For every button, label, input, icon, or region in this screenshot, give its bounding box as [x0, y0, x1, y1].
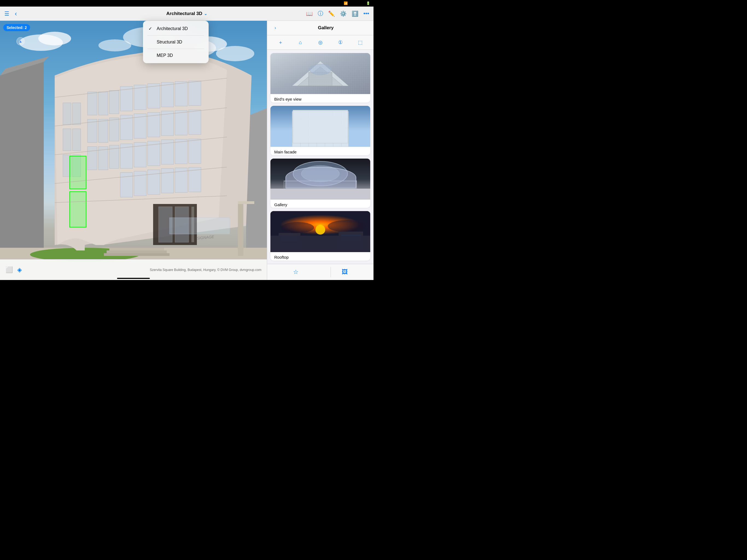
gallery-scroll-area[interactable]: Bird's eye view	[267, 50, 374, 264]
main-3d-view[interactable]: SIGNAGE Selected: 2 ▲ ⬜ ◈ Szervita Squar…	[0, 21, 267, 280]
home-view-button[interactable]: ⌂	[295, 37, 305, 47]
svg-rect-99	[279, 233, 301, 252]
compass-indicator: ▲	[17, 37, 25, 45]
svg-rect-52	[70, 156, 86, 189]
dropdown-architectural-3d[interactable]: ✓ Architectural 3D	[143, 22, 209, 35]
svg-rect-21	[109, 91, 119, 114]
view-dropdown-menu: ✓ Architectural 3D Structural 3D MEP 3D	[143, 21, 209, 63]
svg-rect-33	[189, 81, 201, 105]
image-button[interactable]: 🖼	[331, 267, 359, 277]
settings-icon[interactable]: ⚙️	[340, 10, 347, 17]
toolbar-right: 📖 ⓘ ✏️ ⚙️ ⬆️ •••	[306, 10, 369, 17]
star-icon: ☆	[293, 269, 299, 276]
gallery-thumb-birds-eye	[271, 53, 370, 94]
svg-rect-45	[189, 139, 201, 163]
svg-point-95	[315, 225, 325, 235]
frame-view-button[interactable]: ⬚	[356, 37, 365, 47]
panel-title: Gallery	[282, 25, 369, 31]
panel-bottom-bar: ☆ 🖼	[267, 264, 374, 280]
svg-rect-63	[238, 201, 243, 256]
svg-point-88	[301, 166, 340, 182]
svg-rect-39	[189, 110, 201, 134]
gallery-label-gallery: Gallery	[271, 200, 370, 208]
gallery-label-rooftop: Rooftop	[271, 252, 370, 261]
svg-marker-72	[298, 67, 343, 86]
pencil-icon[interactable]: ✏️	[328, 10, 335, 17]
svg-rect-22	[87, 119, 97, 143]
info-icon[interactable]: ⓘ	[318, 10, 323, 17]
image-icon: 🖼	[342, 269, 348, 276]
status-bar: 18:23 📶 VPN 17% 🔋	[0, 0, 374, 6]
battery-text: 17%	[358, 1, 364, 5]
panel-toolbar: ＋ ⌂ ◎ ① ⬚	[267, 35, 374, 50]
svg-rect-14	[73, 103, 81, 125]
svg-point-97	[328, 220, 366, 232]
chevron-down-icon: ⌄	[204, 11, 207, 16]
toolbar: ☰ ‹ Architectural 3D ⌄ 📖 ⓘ ✏️ ⚙️ ⬆️ •••	[0, 6, 374, 21]
gallery-thumb-gallery	[271, 159, 370, 200]
svg-rect-62	[170, 218, 230, 234]
status-time: 18:23	[3, 1, 12, 5]
vpn-badge: VPN	[350, 1, 356, 5]
svg-rect-24	[109, 118, 119, 141]
svg-rect-19	[87, 92, 97, 115]
checkmark-icon: ✓	[149, 26, 154, 31]
right-panel: › Gallery ＋ ⌂ ◎ ① ⬚	[267, 21, 374, 280]
svg-rect-16	[73, 129, 81, 151]
dropdown-divider-1	[147, 35, 204, 35]
favorite-button[interactable]: ☆	[282, 267, 310, 277]
gallery-item-rooftop[interactable]: Rooftop	[271, 211, 370, 261]
svg-rect-76	[292, 111, 349, 147]
credit-text: Szervita Square Building, Budapest, Hung…	[150, 268, 261, 272]
more-icon[interactable]: •••	[363, 10, 369, 17]
svg-rect-31	[161, 82, 174, 107]
gallery-label-birds-eye: Bird's eye view	[271, 94, 370, 103]
wifi-icon: 📶	[344, 1, 348, 5]
number-view-button[interactable]: ①	[335, 37, 345, 47]
svg-rect-53	[70, 192, 86, 227]
gallery-item-main-facade[interactable]: Main facade	[271, 106, 370, 155]
dropdown-mep-3d[interactable]: MEP 3D	[143, 50, 209, 61]
svg-rect-73	[309, 72, 332, 86]
svg-rect-100	[338, 232, 363, 252]
add-view-button[interactable]: ＋	[276, 37, 285, 47]
home-indicator	[117, 278, 150, 279]
svg-rect-30	[148, 84, 160, 108]
dropdown-divider-2	[147, 49, 204, 49]
dropdown-structural-3d[interactable]: Structural 3D	[143, 36, 209, 48]
svg-rect-13	[63, 103, 71, 125]
svg-marker-71	[292, 61, 349, 86]
svg-point-6	[98, 40, 131, 51]
plan-view-icon[interactable]: ⬜	[5, 266, 13, 274]
svg-rect-20	[98, 92, 108, 115]
svg-point-96	[281, 222, 314, 233]
status-right: 📶 VPN 17% 🔋	[344, 1, 370, 5]
selected-badge: Selected: 2	[3, 24, 30, 31]
svg-point-74	[310, 64, 331, 75]
building-3d: SIGNAGE	[0, 21, 267, 280]
menu-icon[interactable]: ☰	[4, 10, 9, 17]
back-button[interactable]: ‹	[15, 10, 17, 18]
book-icon[interactable]: 📖	[306, 10, 313, 17]
svg-rect-44	[175, 139, 187, 164]
gallery-item-birds-eye[interactable]: Bird's eye view	[271, 53, 370, 103]
toolbar-left: ☰ ‹	[4, 10, 17, 18]
svg-rect-89	[271, 188, 370, 199]
target-view-button[interactable]: ◎	[315, 37, 325, 47]
svg-point-1	[38, 32, 71, 45]
svg-rect-29	[134, 85, 146, 110]
svg-rect-101	[281, 236, 298, 242]
svg-rect-60	[104, 253, 170, 256]
battery-icon: 🔋	[366, 1, 370, 5]
gallery-thumb-main-facade	[271, 106, 370, 147]
gallery-item-gallery[interactable]: Gallery	[271, 159, 370, 208]
bottom-toolbar: ⬜ ◈ Szervita Square Building, Budapest, …	[0, 259, 267, 280]
layers-icon[interactable]: ◈	[17, 266, 22, 274]
view-title-button[interactable]: Architectural 3D ⌄	[166, 11, 207, 17]
panel-toggle-button[interactable]: ›	[272, 24, 279, 32]
share-icon[interactable]: ⬆️	[352, 10, 358, 17]
svg-rect-25	[87, 147, 97, 170]
svg-rect-38	[175, 110, 187, 135]
svg-rect-70	[271, 53, 370, 94]
svg-rect-102	[341, 235, 360, 241]
